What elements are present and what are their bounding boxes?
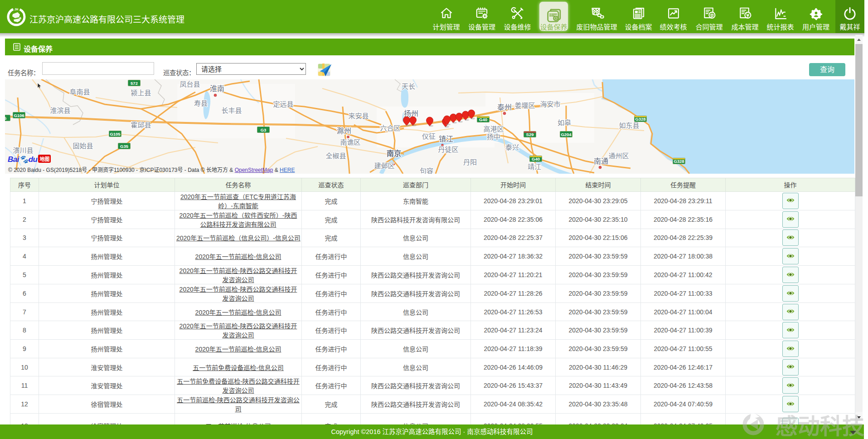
svg-text:丹阳: 丹阳: [463, 158, 477, 166]
svg-text:凤台县: 凤台县: [179, 80, 200, 88]
svg-text:固始县: 固始县: [73, 142, 93, 150]
svg-text:G106: G106: [14, 113, 24, 118]
svg-text:如东县: 如东县: [619, 122, 639, 129]
svg-text:572: 572: [131, 81, 138, 86]
svg-text:姜堰区: 姜堰区: [514, 102, 535, 109]
svg-text:南京: 南京: [387, 149, 401, 157]
svg-text:丹徒区: 丹徒区: [438, 146, 458, 153]
svg-text:建邺区: 建邺区: [374, 162, 394, 170]
svg-text:靖江: 靖江: [528, 163, 541, 171]
svg-text:霍邱县: 霍邱县: [131, 121, 151, 129]
svg-text:G328: G328: [674, 159, 684, 164]
svg-text:滁州: 滁州: [337, 127, 351, 135]
svg-text:南通: 南通: [594, 157, 608, 165]
svg-text:仪征: 仪征: [422, 132, 436, 140]
svg-text:长丰县: 长丰县: [221, 107, 242, 114]
svg-text:全椒县: 全椒县: [325, 152, 346, 160]
svg-text:颍上县: 颍上县: [131, 89, 151, 97]
svg-text:G204: G204: [561, 132, 572, 137]
svg-text:G105: G105: [110, 132, 121, 137]
svg-text:潢川县: 潢川县: [13, 146, 33, 154]
svg-text:扬中: 扬中: [487, 133, 500, 141]
svg-text:阜南县: 阜南县: [69, 88, 90, 96]
svg-text:G3: G3: [261, 127, 267, 132]
svg-text:S29: S29: [526, 132, 534, 137]
svg-text:六合区: 六合区: [380, 124, 400, 132]
svg-text:定远县: 定远县: [273, 100, 293, 108]
svg-text:镇江: 镇江: [439, 135, 453, 143]
svg-text:海安市: 海安市: [540, 100, 560, 108]
svg-text:如皋: 如皋: [558, 119, 571, 127]
svg-text:南谯区: 南谯区: [340, 138, 360, 146]
svg-text:泰兴: 泰兴: [505, 143, 519, 151]
svg-text:G40: G40: [479, 117, 487, 122]
svg-text:句容: 句容: [420, 167, 433, 174]
svg-text:淮滨县: 淮滨县: [50, 107, 70, 114]
svg-text:通州区: 通州区: [608, 152, 629, 160]
svg-text:扬州: 扬州: [404, 110, 418, 117]
svg-text:天长: 天长: [402, 83, 415, 90]
svg-text:来安县: 来安县: [348, 112, 369, 120]
svg-text:高港区: 高港区: [483, 125, 504, 133]
svg-text:G328: G328: [635, 117, 645, 122]
svg-text:JH: JH: [15, 8, 19, 11]
svg-text:寿县: 寿县: [194, 99, 208, 107]
svg-text:淮南: 淮南: [210, 85, 224, 93]
svg-text:泰州: 泰州: [497, 103, 512, 111]
svg-text:G40: G40: [532, 156, 540, 161]
svg-text:G35: G35: [120, 144, 129, 149]
